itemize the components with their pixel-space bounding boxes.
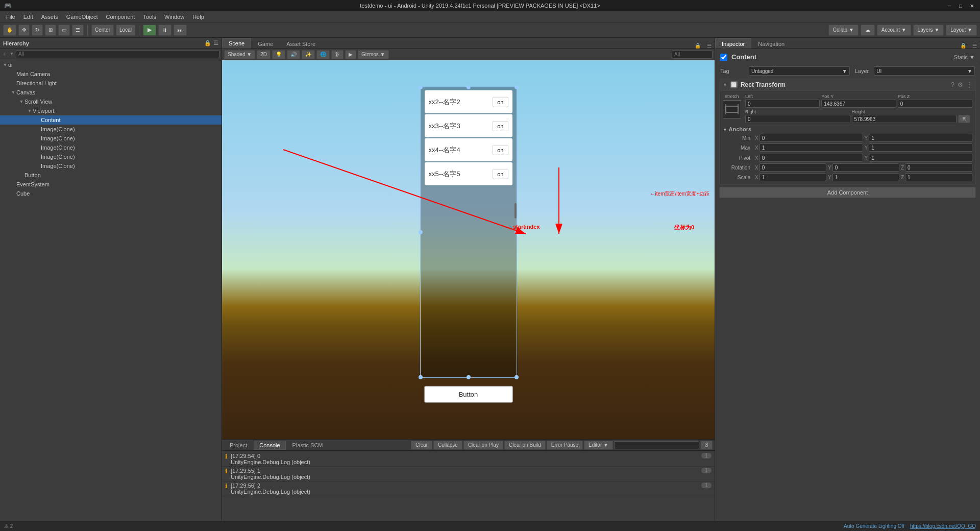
clear-btn[interactable]: Clear (411, 441, 432, 450)
play-button[interactable]: ▶ (143, 25, 156, 36)
min-y-input[interactable] (869, 134, 972, 142)
close-button[interactable]: ✕ (968, 2, 976, 10)
cloud-btn[interactable]: ☁ (861, 25, 875, 36)
account-btn[interactable]: Account ▼ (877, 25, 911, 36)
tab-asset-store[interactable]: Asset Store (280, 38, 322, 49)
hand-tool[interactable]: ✋ (3, 25, 16, 36)
tab-plastic[interactable]: Plastic SCM (287, 441, 329, 450)
pause-button[interactable]: ⏸ (158, 25, 172, 36)
rect-overflow-icon[interactable]: ⋮ (966, 81, 972, 88)
tree-item-content[interactable]: Content (0, 115, 222, 125)
tree-item-img3[interactable]: Image(Clone) (0, 143, 222, 152)
local-btn[interactable]: Local (116, 25, 135, 36)
scene-light-icon[interactable]: 💡 (272, 50, 285, 59)
handle-mr[interactable] (514, 230, 519, 234)
min-x-input[interactable] (760, 134, 863, 142)
collab-btn[interactable]: Collab ▼ (828, 25, 859, 36)
gizmos-btn[interactable]: Gizmos ▼ (358, 50, 389, 59)
tab-scene[interactable]: Scene (222, 38, 251, 49)
game-list-item-4[interactable]: xx5--名字5 on (425, 162, 512, 185)
game-item-btn-2[interactable]: on (493, 120, 508, 131)
scene-audio-icon[interactable]: 🔊 (287, 50, 300, 59)
csdn-link[interactable]: https://blog.csdn.net/QQ_GQ (910, 523, 976, 529)
handle-bc[interactable] (467, 375, 471, 379)
game-list-item-1[interactable]: xx2--名字2 on (425, 90, 512, 113)
minimize-button[interactable]: ─ (945, 2, 953, 10)
tree-item-img2[interactable]: Image(Clone) (0, 134, 222, 143)
right-input[interactable] (745, 115, 850, 123)
max-y-input[interactable] (869, 143, 972, 152)
inspector-menu-icon[interactable]: ☰ (969, 43, 980, 49)
game-item-btn-1[interactable]: on (493, 96, 508, 107)
tree-item-scrollview[interactable]: ▼ Scroll View (0, 97, 222, 106)
rot-y-input[interactable] (832, 163, 899, 172)
rot-z-input[interactable] (905, 163, 972, 172)
console-search-input[interactable] (614, 441, 700, 449)
tree-item-img4[interactable]: Image(Clone) (0, 152, 222, 161)
tab-project[interactable]: Project (224, 441, 253, 450)
center-btn[interactable]: Center (91, 25, 114, 36)
menu-assets[interactable]: Assets (37, 11, 62, 22)
pivot-x-input[interactable] (760, 154, 863, 162)
maximize-button[interactable]: □ (957, 2, 965, 10)
pivot-y-input[interactable] (869, 154, 972, 162)
log-entry-0[interactable]: ℹ [17:29:54] 0 UnityEngine.Debug.Log (ob… (222, 452, 715, 467)
layout-btn[interactable]: Layout ▼ (946, 25, 977, 36)
scene-search-input[interactable] (672, 51, 713, 59)
tree-item-cube[interactable]: Cube (0, 189, 222, 198)
scale-z-input[interactable] (905, 173, 972, 181)
rect-question-icon[interactable]: ? (951, 81, 954, 88)
scene-lock-icon[interactable]: 🔒 (692, 43, 704, 49)
clear-on-play-btn[interactable]: Clear on Play (463, 441, 503, 450)
game-item-btn-3[interactable]: on (493, 144, 508, 155)
hierarchy-lock-icon[interactable]: 🔒 (204, 40, 211, 46)
scale-y-input[interactable] (832, 173, 899, 181)
game-main-button[interactable]: Button (424, 386, 513, 403)
tree-item-canvas[interactable]: ▼ Canvas (0, 88, 222, 97)
handle-tc[interactable] (467, 85, 471, 89)
plus-icon[interactable]: ＋ (2, 50, 8, 58)
rect-transform-header[interactable]: ▼ ⬜ Rect Transform ? ⚙ ⋮ (720, 79, 975, 91)
max-x-input[interactable] (760, 143, 863, 152)
tree-item-eventsystem[interactable]: EventSystem (0, 180, 222, 189)
move-tool[interactable]: ✥ (18, 25, 30, 36)
handle-tl[interactable] (419, 85, 423, 89)
layer-dropdown[interactable]: UI ▼ (874, 66, 975, 76)
handle-bl[interactable] (419, 375, 423, 379)
tree-item-dirlight[interactable]: Directional Light (0, 79, 222, 88)
game-list-item-3[interactable]: xx4--名字4 on (425, 138, 512, 161)
hierarchy-menu-icon[interactable]: ☰ (213, 40, 218, 46)
log-entry-2[interactable]: ℹ [17:29:56] 2 UnityEngine.Debug.Log (ob… (222, 481, 715, 496)
stretch-icon-btn[interactable] (723, 100, 741, 118)
tab-game[interactable]: Game (251, 38, 280, 49)
error-pause-btn[interactable]: Error Pause (547, 441, 583, 450)
scene-fx-icon[interactable]: ✨ (302, 50, 315, 59)
static-label[interactable]: Static ▼ (954, 54, 975, 60)
scale-x-input[interactable] (760, 173, 826, 181)
tag-dropdown[interactable]: Untagged ▼ (749, 66, 850, 76)
dropdown-icon[interactable]: ▼ (10, 52, 14, 56)
add-component-button[interactable]: Add Component (719, 187, 976, 198)
tree-item-maincamera[interactable]: Main Camera (0, 69, 222, 79)
posz-input[interactable] (898, 100, 972, 108)
step-button[interactable]: ⏭ (174, 25, 187, 36)
r-button[interactable]: R (958, 115, 970, 123)
game-item-btn-4[interactable]: on (493, 168, 508, 179)
menu-gameobject[interactable]: GameObject (62, 11, 102, 22)
object-active-checkbox[interactable] (720, 54, 727, 61)
tree-item-viewport[interactable]: ▼ Viewport (0, 106, 222, 115)
tree-item-button[interactable]: Button (0, 171, 222, 180)
handle-br[interactable] (514, 375, 519, 379)
handle-tr[interactable] (514, 85, 519, 89)
editor-btn[interactable]: Editor ▼ (584, 441, 613, 450)
tree-item-ui[interactable]: ▼ ui (0, 60, 222, 69)
tab-console[interactable]: Console (254, 441, 285, 450)
menu-file[interactable]: File (2, 11, 19, 22)
layers-btn[interactable]: Layers ▼ (913, 25, 944, 36)
game-list-item-2[interactable]: xx3--名字3 on (425, 114, 512, 137)
tab-inspector[interactable]: Inspector (715, 38, 751, 49)
handle-ml[interactable] (419, 230, 423, 234)
collapse-btn[interactable]: Collapse (433, 441, 462, 450)
rot-x-input[interactable] (760, 163, 826, 172)
tree-item-img1[interactable]: Image(Clone) (0, 125, 222, 134)
